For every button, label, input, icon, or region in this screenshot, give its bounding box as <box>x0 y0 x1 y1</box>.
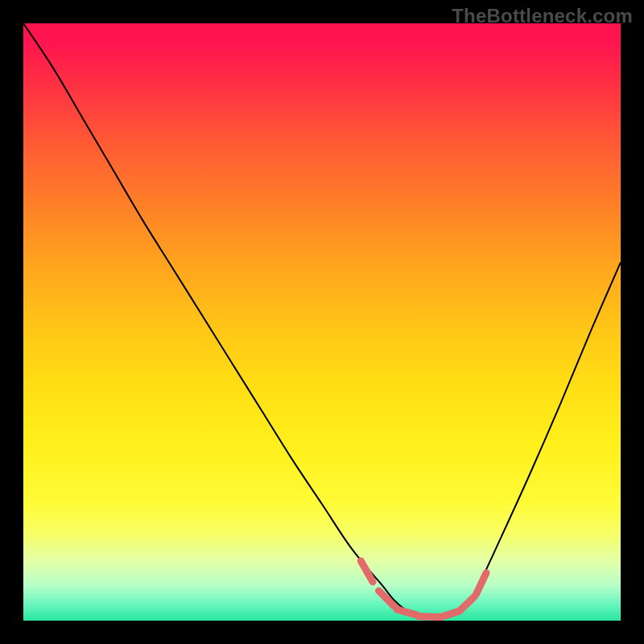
trough-dash-1 <box>378 591 394 606</box>
trough-dash-0 <box>361 561 373 582</box>
trough-dashes <box>23 23 621 621</box>
plot-area <box>23 23 621 621</box>
trough-dash-2 <box>397 609 418 615</box>
trough-dash-3 <box>419 617 441 617</box>
trough-dash-6 <box>476 573 486 595</box>
trough-dash-5 <box>461 597 474 609</box>
watermark-text: TheBottleneck.com <box>452 5 633 27</box>
trough-dash-4 <box>443 611 460 617</box>
